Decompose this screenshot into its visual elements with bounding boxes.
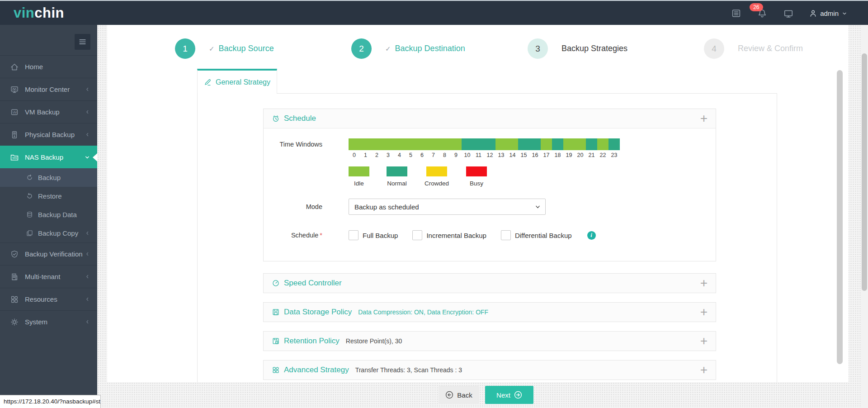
sidebar-item-home[interactable]: Home [0,55,97,78]
time-window-cell[interactable] [473,138,484,150]
expand-icon[interactable]: + [700,279,708,288]
vinchin-logo[interactable]: vinchin [14,5,64,21]
time-window-cell[interactable] [529,138,541,150]
time-window-cell[interactable] [462,138,473,150]
notification-count-badge[interactable]: 26 [750,3,763,11]
time-window-cell[interactable] [575,138,586,150]
schedule-section-header[interactable]: Schedule + [264,109,716,128]
time-window-cell[interactable] [450,138,462,150]
time-windows-hours: 01234567891011121314151617181920212223 [349,152,620,158]
sidebar-item-label: Backup Verification [25,250,83,258]
hour-label: 16 [529,152,541,158]
sidebar-item-resources[interactable]: Resources [0,288,97,310]
sidebar-subitem-label: Backup [38,174,61,181]
time-window-cell[interactable] [439,138,450,150]
sidebar-subitem-backup[interactable]: Backup [0,168,97,187]
sidebar-subitem-backup-data[interactable]: Backup Data [0,205,97,224]
expand-icon[interactable]: + [700,337,708,346]
next-button[interactable]: Next [485,386,533,404]
sidebar-item-physical-backup[interactable]: Physical Backup [0,123,97,146]
mode-select[interactable]: Backup as scheduled [349,199,546,215]
back-button[interactable]: Back [439,386,479,404]
step-number: 2 [351,38,372,59]
user-menu[interactable]: admin [809,9,847,18]
sidebar-subitem-backup-copy[interactable]: Backup Copy [0,224,97,242]
hour-label: 10 [462,152,473,158]
time-window-cell[interactable] [405,138,416,150]
building-icon [10,272,19,281]
page-scrollbar-thumb[interactable] [862,53,867,291]
wizard-step-backup-strategies: 3 Backup Strategies [528,38,627,59]
username: admin [820,9,839,17]
wizard-step-backup-source: 1 ✓Backup Source [175,38,274,59]
content-scrollbar-thumb[interactable] [837,70,843,364]
full-backup-checkbox[interactable] [349,230,359,240]
sidebar-item-backup-verification[interactable]: Backup Verification [0,242,97,265]
checkbox-label[interactable]: Differential Backup [515,232,572,239]
time-window-cell[interactable] [507,138,518,150]
expand-icon[interactable]: + [700,114,708,123]
sidebar-subitem-label: Backup Copy [38,229,78,237]
info-icon[interactable]: i [587,231,596,240]
time-window-cell[interactable] [541,138,552,150]
sidebar-item-monitor-center[interactable]: Monitor Center [0,78,97,100]
wizard-card: 1 ✓Backup Source 2 ✓Backup Destination 3… [107,25,849,382]
time-window-cell[interactable] [495,138,507,150]
time-window-cell[interactable] [563,138,575,150]
time-window-cell[interactable] [586,138,597,150]
chevron-left-icon [85,87,90,92]
checkbox-label[interactable]: Incremental Backup [426,232,486,239]
sidebar-item-multi-tenant[interactable]: Multi-tenant [0,265,97,288]
tab-general-strategy[interactable]: General Strategy [197,69,277,94]
sidebar-item-system[interactable]: System [0,310,97,333]
console-monitor-icon[interactable] [783,9,793,19]
time-window-cell[interactable] [394,138,405,150]
retention-policy-header[interactable]: Retention Policy Restore Point(s), 30 + [264,332,716,351]
time-window-cell[interactable] [371,138,382,150]
time-window-cell[interactable] [597,138,609,150]
time-window-cell[interactable] [484,138,495,150]
sidebar-item-label: Physical Backup [25,131,75,138]
speed-controller-header[interactable]: Speed Controller + [264,274,716,293]
hour-label: 18 [552,152,563,158]
sidebar-collapse-button[interactable] [75,34,90,50]
retention-clock-icon [272,337,280,345]
step-label: Backup Source [219,44,274,53]
time-window-cell[interactable] [360,138,371,150]
mode-label: Mode [264,199,322,215]
sidebar-subitem-restore[interactable]: Restore [0,187,97,205]
sidebar-item-label: System [25,318,47,326]
sidebar-item-nas-backup[interactable]: NAS NAS Backup [0,146,97,168]
time-window-cell[interactable] [552,138,563,150]
expand-icon[interactable]: + [700,308,708,317]
time-window-cell[interactable] [416,138,428,150]
data-storage-policy-header[interactable]: Data Storage Policy Data Compression: ON… [264,303,716,322]
time-window-cell[interactable] [428,138,439,150]
hour-label: 7 [428,152,439,158]
svg-text:NAS: NAS [13,157,17,159]
main-content-area: 1 ✓Backup Source 2 ✓Backup Destination 3… [97,25,868,408]
incremental-backup-checkbox[interactable] [412,230,422,240]
step-label: Backup Destination [395,44,465,53]
legend-label: Crowded [425,180,449,187]
sidebar-item-label: VM Backup [25,108,60,116]
differential-backup-option: Differential Backup [501,230,572,240]
time-window-cell[interactable] [349,138,360,150]
chevron-left-icon [85,319,90,324]
notifications-bell-icon[interactable]: 26 [757,9,767,19]
expand-icon[interactable]: + [700,365,708,375]
differential-backup-checkbox[interactable] [501,230,511,240]
pencil-icon [204,78,212,86]
schedule-type-row: Schedule* Full Backup Incremental Backup [264,230,716,240]
time-window-cell[interactable] [382,138,394,150]
time-window-cell[interactable] [609,138,620,150]
sidebar-item-vm-backup[interactable]: VM VM Backup [0,100,97,123]
advanced-strategy-header[interactable]: Advanced Strategy Transfer Threads: 3, S… [264,361,716,380]
job-log-icon[interactable] [731,9,741,18]
hour-label: 8 [439,152,450,158]
hour-label: 0 [349,152,360,158]
time-window-cell[interactable] [518,138,529,150]
step-label: Backup Strategies [561,44,627,53]
checkbox-label[interactable]: Full Backup [363,232,398,239]
incremental-backup-option: Incremental Backup [412,230,486,240]
